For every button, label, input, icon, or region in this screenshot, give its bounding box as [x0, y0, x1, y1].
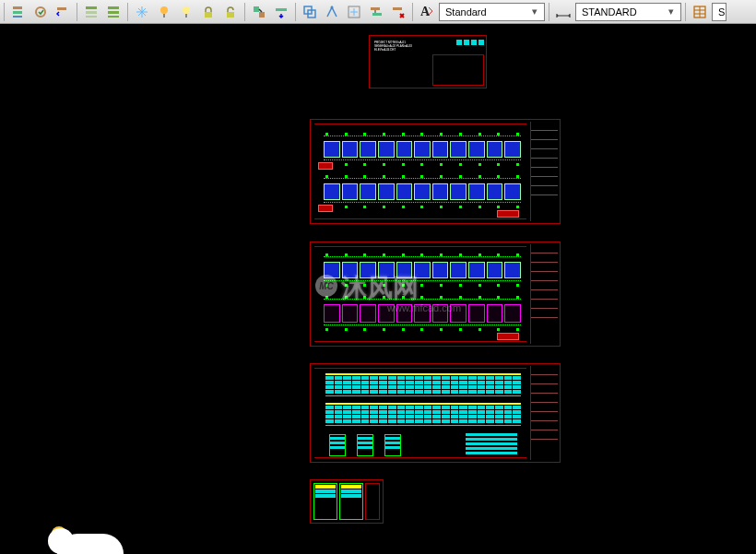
- svg-rect-6: [86, 11, 97, 14]
- layer-freeze-button[interactable]: [132, 2, 152, 22]
- table-style-icon[interactable]: [690, 2, 710, 22]
- svg-rect-12: [163, 14, 165, 18]
- text-style-value: Standard: [442, 6, 487, 18]
- svg-rect-5: [86, 6, 97, 9]
- svg-point-22: [331, 6, 334, 8]
- separator: [685, 3, 686, 21]
- svg-rect-7: [86, 16, 97, 18]
- drawing-elevation: [310, 363, 561, 463]
- svg-rect-18: [259, 12, 265, 18]
- chevron-down-icon: ▾: [527, 6, 542, 18]
- vpfreeze-button[interactable]: [344, 2, 364, 22]
- layer-walk-button[interactable]: [322, 2, 342, 22]
- separator: [4, 3, 5, 21]
- drawing-titleblock: PROJECT NOTES\nA-01 GENERAL\nA-02 PLAN\n…: [369, 35, 487, 88]
- svg-point-13: [183, 6, 190, 14]
- table-style-combo-partial[interactable]: S: [712, 3, 726, 21]
- sheet-titleblock: [530, 244, 558, 344]
- layer-isolate-button[interactable]: [81, 2, 101, 22]
- svg-rect-8: [108, 6, 119, 9]
- svg-rect-16: [227, 12, 234, 18]
- drawing-plan-2: [310, 242, 561, 347]
- svg-rect-25: [372, 13, 382, 16]
- layer-unisolate-button[interactable]: [103, 2, 124, 22]
- svg-rect-10: [108, 16, 119, 18]
- sheet-titleblock: [530, 366, 558, 460]
- drawing-canvas[interactable]: PROJECT NOTES\nA-01 GENERAL\nA-02 PLAN\n…: [0, 24, 756, 554]
- toolbar: A Standard ▾ STANDARD ▾ S: [0, 0, 756, 24]
- svg-point-11: [160, 6, 168, 14]
- cloud-icon: [57, 534, 124, 554]
- svg-rect-26: [393, 7, 402, 10]
- svg-rect-15: [205, 12, 212, 18]
- layer-off-button[interactable]: [154, 2, 174, 22]
- dim-style-value: STANDARD: [578, 6, 637, 18]
- layer-on-button[interactable]: [176, 2, 196, 22]
- change-to-current-button[interactable]: [271, 2, 291, 22]
- table-style-value: S: [715, 6, 725, 18]
- layer-lock-button[interactable]: [198, 2, 219, 22]
- dimension-style-icon[interactable]: [553, 2, 573, 22]
- separator: [244, 3, 245, 21]
- separator: [295, 3, 296, 21]
- text-style-icon[interactable]: A: [417, 2, 437, 22]
- drawing-plan-1: [310, 119, 561, 224]
- layer-unlock-button[interactable]: [220, 2, 241, 22]
- separator: [549, 3, 549, 21]
- separator: [127, 3, 128, 21]
- copy-objects-button[interactable]: [300, 2, 320, 22]
- delete-layer-button[interactable]: [388, 2, 408, 22]
- text-style-combo[interactable]: Standard ▾: [439, 3, 545, 21]
- titleblock-text: PROJECT NOTES\nA-01 GENERAL\nA-02 PLAN\n…: [372, 38, 427, 54]
- svg-rect-19: [276, 8, 287, 11]
- separator: [412, 3, 413, 21]
- svg-rect-4: [57, 7, 66, 10]
- chevron-down-icon: ▾: [664, 6, 679, 18]
- svg-rect-24: [371, 7, 380, 10]
- separator: [77, 3, 77, 21]
- drawing-detail: [310, 479, 384, 524]
- sheet-titleblock: [530, 122, 558, 221]
- layer-state-button[interactable]: [30, 2, 51, 22]
- match-layer-button[interactable]: [249, 2, 269, 22]
- svg-rect-2: [13, 16, 22, 18]
- layer-filter-button[interactable]: [8, 2, 29, 22]
- svg-rect-9: [108, 11, 119, 14]
- svg-rect-0: [13, 6, 22, 9]
- svg-rect-1: [13, 11, 22, 14]
- merge-layer-button[interactable]: [366, 2, 386, 22]
- svg-rect-17: [254, 6, 259, 12]
- dim-style-combo[interactable]: STANDARD ▾: [575, 3, 681, 21]
- svg-rect-14: [185, 14, 187, 18]
- layer-previous-button[interactable]: [53, 2, 73, 22]
- svg-point-3: [36, 7, 45, 17]
